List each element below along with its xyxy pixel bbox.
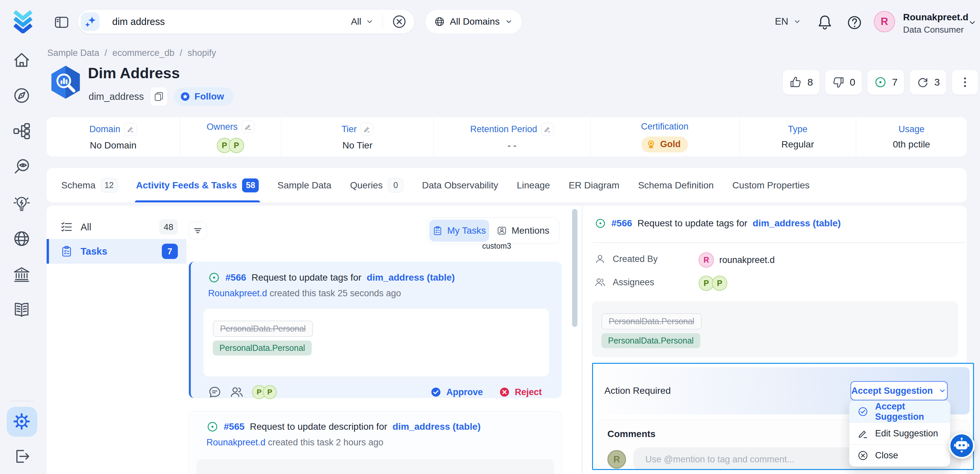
tab-activity-feeds-tasks[interactable]: Activity Feeds & Tasks 58: [136, 168, 259, 202]
clipboard-icon: [60, 245, 73, 257]
assignees-icon[interactable]: [230, 385, 243, 399]
notifications-bell-icon[interactable]: [816, 14, 833, 30]
docs-icon[interactable]: [13, 301, 31, 319]
filter-icon: [192, 225, 203, 236]
search-scope-label: All: [351, 16, 361, 27]
hierarchy-icon[interactable]: [13, 122, 31, 140]
feed-scrollbar[interactable]: [572, 209, 578, 327]
logout-icon[interactable]: [13, 447, 31, 465]
tab-schema[interactable]: Schema 12: [61, 168, 118, 202]
insights-icon[interactable]: [13, 195, 31, 213]
search-input[interactable]: dim address: [112, 16, 165, 27]
breadcrumb-item[interactable]: Sample Data: [47, 48, 99, 58]
home-icon[interactable]: [13, 51, 31, 69]
feed-toggle: My Tasks Mentions: [427, 217, 559, 244]
task-detail-asset-link[interactable]: dim_address (table): [752, 218, 841, 229]
owner-avatar[interactable]: P: [229, 138, 244, 153]
search-scope-dropdown[interactable]: All: [351, 16, 374, 27]
feed-filter-all[interactable]: All 48: [47, 215, 186, 239]
chat-assistant-button[interactable]: [949, 433, 975, 459]
watchers-button[interactable]: 7: [867, 70, 904, 95]
ai-sparkle-icon[interactable]: [81, 12, 100, 31]
accept-suggestion-dropdown-button[interactable]: Accept Suggestion: [851, 381, 948, 401]
gold-medal-icon: [645, 139, 657, 150]
tab-lineage[interactable]: Lineage: [517, 168, 550, 202]
tab-label: Data Observability: [422, 180, 498, 191]
mentions-segment[interactable]: Mentions: [489, 220, 557, 242]
metadata-summary-card: Domain No Domain Owners P P Tier No Tier…: [47, 117, 967, 156]
task-detail-id[interactable]: #566: [611, 218, 632, 229]
chevron-down-icon: [365, 17, 374, 26]
edit-domain-button[interactable]: [124, 123, 137, 135]
retention-label: Retention Period: [470, 124, 537, 135]
compass-icon[interactable]: [13, 87, 31, 105]
assignee-avatar[interactable]: P: [712, 275, 727, 291]
more-actions-button[interactable]: [952, 70, 978, 95]
copy-button[interactable]: [150, 87, 168, 106]
breadcrumb-item[interactable]: ecommerce_db: [113, 48, 175, 58]
creator-name[interactable]: rounakpreet.d: [719, 255, 775, 265]
task-id[interactable]: #565: [224, 422, 244, 432]
comment-icon[interactable]: [208, 385, 221, 399]
help-icon[interactable]: [846, 14, 862, 30]
menu-item-close[interactable]: Close: [850, 445, 950, 466]
task-author[interactable]: Rounakpreet.d: [208, 288, 267, 298]
task-asset-link[interactable]: dim_address (table): [367, 272, 455, 283]
edit-owners-button[interactable]: [242, 121, 255, 133]
tab-er-diagram[interactable]: ER Diagram: [569, 168, 619, 202]
approve-button[interactable]: Approve: [430, 387, 483, 398]
rail-divider: [10, 401, 34, 401]
breadcrumb-item[interactable]: shopify: [188, 48, 216, 58]
search-divider: [383, 14, 383, 29]
governance-icon[interactable]: [13, 266, 31, 284]
tab-data-observability[interactable]: Data Observability: [422, 168, 498, 202]
menu-item-label: Close: [875, 450, 898, 461]
tab-schema-definition[interactable]: Schema Definition: [638, 168, 714, 202]
tasks-list-icon: [433, 226, 442, 236]
user-avatar[interactable]: R: [874, 11, 895, 32]
certification-badge[interactable]: Gold: [641, 137, 688, 153]
search-bar[interactable]: dim address All: [78, 9, 415, 34]
menu-item-label: Accept Suggestion: [875, 401, 942, 422]
filter-button[interactable]: [189, 222, 207, 239]
search-clear-icon[interactable]: [391, 14, 407, 29]
dislikes-button[interactable]: 0: [825, 70, 862, 95]
main-content: All 48 Tasks 7 My Tasks Mentions custom3: [47, 206, 967, 474]
menu-item-edit-suggestion[interactable]: Edit Suggestion: [850, 423, 950, 445]
tab-sample-data[interactable]: Sample Data: [277, 168, 331, 202]
pencil-icon: [544, 126, 551, 133]
task-detail-title: #566 Request to update tags for dim_addr…: [595, 218, 841, 229]
task-card-565[interactable]: #565 Request to update description for d…: [189, 411, 562, 474]
all-count-badge: 48: [159, 220, 178, 235]
sidebar-toggle-icon[interactable]: [54, 14, 69, 30]
user-menu-chevron-icon[interactable]: [968, 18, 977, 27]
discovery-icon[interactable]: [13, 158, 31, 176]
task-asset-link[interactable]: dim_address (table): [393, 422, 481, 432]
edit-tier-button[interactable]: [361, 123, 373, 135]
tasks-label: Tasks: [81, 246, 107, 257]
reject-button[interactable]: Reject: [499, 387, 542, 398]
language-selector[interactable]: EN: [775, 16, 802, 27]
settings-icon[interactable]: [13, 412, 31, 430]
all-domains-button[interactable]: All Domains: [425, 9, 522, 34]
domain-label: Domain: [89, 124, 120, 135]
activity-button[interactable]: 3: [909, 70, 947, 95]
likes-button[interactable]: 8: [783, 70, 820, 95]
tab-custom-properties[interactable]: Custom Properties: [732, 168, 810, 202]
task-id[interactable]: #566: [226, 272, 246, 283]
creator-avatar[interactable]: R: [698, 252, 714, 268]
task-diff-box: PersonalData.Personal PersonalData.Perso…: [204, 309, 549, 377]
tab-queries[interactable]: Queries 0: [350, 168, 403, 202]
edit-retention-button[interactable]: [541, 123, 554, 135]
task-author[interactable]: Rounakpreet.d: [207, 437, 266, 447]
menu-item-accept-suggestion[interactable]: Accept Suggestion: [850, 401, 950, 423]
assignee-avatar[interactable]: P: [263, 385, 277, 399]
breadcrumb-separator: /: [105, 48, 107, 58]
my-tasks-segment[interactable]: My Tasks: [429, 220, 489, 242]
follow-button[interactable]: Follow: [174, 87, 234, 106]
glossary-globe-icon[interactable]: [13, 230, 31, 248]
pencil-icon: [127, 126, 134, 133]
app-logo[interactable]: [9, 10, 37, 33]
task-card-566[interactable]: #566 Request to update tags for dim_addr…: [189, 262, 562, 398]
feed-filter-tasks[interactable]: Tasks 7: [47, 239, 186, 264]
